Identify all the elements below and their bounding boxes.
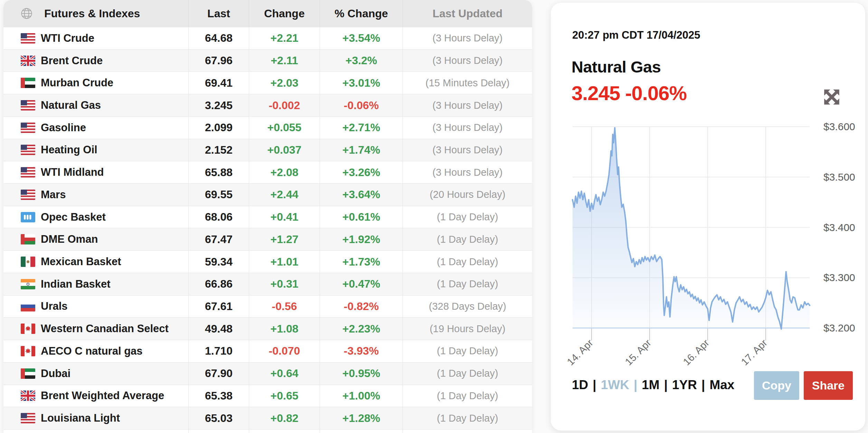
- range-max[interactable]: Max: [709, 378, 734, 392]
- header-label-last-updated: Last Updated: [403, 0, 532, 27]
- commodity-name-cell[interactable]: Urals: [3, 296, 188, 318]
- commodity-name-cell[interactable]: Mars: [3, 184, 188, 206]
- commodity-name-cell[interactable]: Dubai: [3, 363, 188, 385]
- commodity-name: Louisiana Light: [41, 412, 120, 424]
- natural-gas-chart-card: 20:27 pm CDT 17/04/2025 Natural Gas 3.24…: [551, 3, 865, 431]
- header-label-name: Futures & Indexes: [44, 7, 140, 20]
- pct-change-cell: +1.73%: [320, 251, 403, 273]
- commodity-name-cell[interactable]: AECO C natural gas: [3, 340, 188, 362]
- table-row[interactable]: Natural Gas3.245-0.002-0.06%(3 Hours Del…: [3, 94, 532, 116]
- y-axis-label: $3.400: [823, 222, 855, 233]
- table-row-partial: [3, 429, 532, 433]
- table-row[interactable]: Indian Basket66.86+0.31+0.47%(1 Day Dela…: [3, 273, 532, 295]
- commodity-name-cell[interactable]: Mexican Basket: [3, 251, 188, 273]
- table-row[interactable]: Murban Crude69.41+2.03+3.01%(15 Minutes …: [3, 71, 532, 94]
- commodity-name: Mars: [41, 189, 66, 201]
- commodity-name-cell[interactable]: Murban Crude: [3, 72, 188, 94]
- header-label-last: Last: [188, 0, 249, 27]
- commodity-name-cell[interactable]: WTI Crude: [3, 27, 188, 49]
- ru-flag-icon: [21, 301, 35, 311]
- commodity-name-cell[interactable]: DME Oman: [3, 228, 188, 250]
- table-row[interactable]: Mexican Basket59.34+1.01+1.73%(1 Day Del…: [3, 250, 532, 273]
- header-label-change: Change: [249, 0, 320, 27]
- last-price-cell: 65.03: [188, 407, 249, 429]
- commodity-name-cell[interactable]: Heating Oil: [3, 139, 188, 161]
- chart-controls: 1D|1WK|1M|1YR|Max Copy Share: [551, 368, 865, 401]
- change-cell: +0.64: [249, 363, 320, 385]
- commodity-name: Indian Basket: [41, 278, 111, 290]
- range-1yr[interactable]: 1YR: [672, 378, 697, 392]
- range-1d[interactable]: 1D: [572, 378, 588, 392]
- last-updated-cell: (1 Day Delay): [403, 340, 532, 362]
- table-row[interactable]: Gasoline2.099+0.055+2.71%(3 Hours Delay): [3, 116, 532, 139]
- pct-change-cell: -3.93%: [320, 340, 403, 362]
- table-row[interactable]: Brent Crude67.96+2.11+3.2%(3 Hours Delay…: [3, 49, 532, 72]
- last-price-cell: 1.710: [188, 340, 249, 362]
- futures-table-card: Futures & Indexes Last Change % Change L…: [3, 0, 532, 433]
- last-price-cell: 3.245: [188, 94, 249, 116]
- last-price-cell: 2.099: [188, 117, 249, 139]
- table-row[interactable]: WTI Crude64.68+2.21+3.54%(3 Hours Delay): [3, 27, 532, 49]
- copy-button[interactable]: Copy: [754, 371, 799, 400]
- range-1m[interactable]: 1M: [642, 378, 659, 392]
- last-price-cell: 66.86: [188, 273, 249, 295]
- y-axis-label: $3.300: [823, 272, 855, 283]
- us-flag-icon: [21, 167, 35, 177]
- commodity-name: AECO C natural gas: [41, 345, 143, 357]
- commodity-name-cell[interactable]: Western Canadian Select: [3, 318, 188, 340]
- table-row[interactable]: Mars69.55+2.44+3.64%(20 Hours Delay): [3, 183, 532, 206]
- commodity-name-cell[interactable]: Louisiana Light: [3, 407, 188, 429]
- table-row[interactable]: Louisiana Light65.03+0.82+1.28%(1 Day De…: [3, 407, 532, 429]
- change-cell: +1.27: [249, 228, 320, 250]
- chart-area[interactable]: $3.600$3.500$3.400$3.300$3.20014. Apr15.…: [551, 117, 865, 366]
- last-price-cell: 67.61: [188, 296, 249, 318]
- table-row[interactable]: Heating Oil2.152+0.037+1.74%(3 Hours Del…: [3, 139, 532, 161]
- table-row[interactable]: Western Canadian Select49.48+1.08+2.23%(…: [3, 317, 532, 340]
- table-row[interactable]: WTI Midland65.88+2.08+3.26%(3 Hours Dela…: [3, 161, 532, 183]
- commodity-name: Opec Basket: [41, 211, 106, 223]
- header-futures-indexes: Futures & Indexes: [3, 0, 188, 27]
- range-separator: |: [701, 378, 705, 392]
- table-row[interactable]: Dubai67.90+0.64+0.95%(1 Day Delay): [3, 362, 532, 385]
- change-cell: +2.44: [249, 184, 320, 206]
- last-price-cell: 64.68: [188, 27, 249, 49]
- commodity-name-cell[interactable]: Gasoline: [3, 117, 188, 139]
- commodity-name-cell[interactable]: Opec Basket: [3, 206, 188, 228]
- change-cell: +0.31: [249, 273, 320, 295]
- x-axis-label: 14. Apr: [565, 337, 595, 366]
- table-row[interactable]: DME Oman67.47+1.27+1.92%(1 Day Delay): [3, 228, 532, 250]
- last-updated-cell: (1 Day Delay): [403, 363, 532, 385]
- ca-flag-icon: [21, 346, 35, 356]
- range-1wk[interactable]: 1WK: [601, 378, 629, 392]
- table-row[interactable]: Urals67.61-0.56-0.82%(328 Days Delay): [3, 295, 532, 318]
- commodity-name-cell[interactable]: Natural Gas: [3, 94, 188, 116]
- us-flag-icon: [21, 413, 35, 423]
- table-row[interactable]: AECO C natural gas1.710-0.070-3.93%(1 Da…: [3, 340, 532, 362]
- pct-change-cell: -0.82%: [320, 296, 403, 318]
- ca-flag-icon: [21, 324, 35, 334]
- table-row[interactable]: Brent Weighted Average65.38+0.65+1.00%(1…: [3, 385, 532, 407]
- table-header: Futures & Indexes Last Change % Change L…: [3, 0, 532, 27]
- commodity-name-cell[interactable]: WTI Midland: [3, 161, 188, 183]
- last-updated-cell: (1 Day Delay): [403, 273, 532, 295]
- y-axis-label: $3.600: [823, 121, 855, 132]
- last-price-cell: 2.152: [188, 139, 249, 161]
- ae-flag-icon: [21, 78, 35, 88]
- instrument-price-change: 3.245 -0.06%: [572, 81, 687, 105]
- last-price-cell: 65.38: [188, 385, 249, 407]
- last-price-cell: 67.47: [188, 228, 249, 250]
- opec-flag-icon: [21, 212, 35, 222]
- last-updated-cell: (328 Days Delay): [403, 296, 532, 318]
- commodity-name: Mexican Basket: [41, 256, 121, 268]
- last-price-cell: 65.88: [188, 161, 249, 183]
- table-row[interactable]: Opec Basket68.06+0.41+0.61%(1 Day Delay): [3, 206, 532, 228]
- share-button[interactable]: Share: [804, 371, 853, 400]
- commodity-name-cell[interactable]: Brent Crude: [3, 50, 188, 72]
- quote-timestamp: 20:27 pm CDT 17/04/2025: [572, 29, 700, 41]
- commodity-name: Gasoline: [41, 122, 86, 134]
- expand-arrows-icon[interactable]: [822, 87, 842, 107]
- commodity-name-cell[interactable]: Brent Weighted Average: [3, 385, 188, 407]
- change-cell: +0.82: [249, 407, 320, 429]
- commodity-name-cell[interactable]: Indian Basket: [3, 273, 188, 295]
- pct-change-cell: -0.06%: [320, 94, 403, 116]
